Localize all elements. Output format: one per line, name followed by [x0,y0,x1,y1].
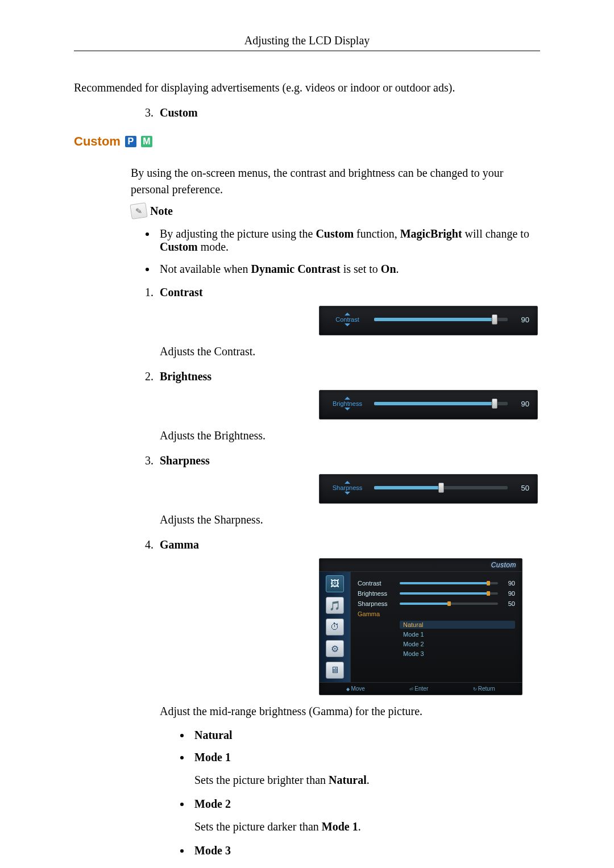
menu-row-brightness[interactable]: Brightness 90 [358,590,515,597]
pre-list: Custom [139,106,540,119]
t: Natural [329,774,367,786]
note-bullet-1: By adjusting the picture using the Custo… [156,227,540,254]
gamma-sub-mode3: Mode 3 Increases the contrast between da… [191,844,540,868]
t: Custom [316,227,354,240]
t: will change to [462,227,529,240]
intro-paragraph: Recommended for displaying advertisement… [74,80,540,96]
note-row: ✎ Note [131,203,540,218]
section-title: Custom [74,134,121,149]
osd-menu-header: Custom [320,559,522,572]
document-page: Adjusting the LCD Display Recommended fo… [0,0,614,868]
gamma-sub-mode1: Mode 1 Sets the picture brighter than Na… [191,751,540,788]
row-val: 90 [504,590,515,597]
slider-fill [374,486,441,489]
item-desc: Adjusts the Sharpness. [160,512,540,528]
item-title: Brightness [160,370,211,383]
header-rule [74,51,540,51]
arrow-down-icon [345,323,350,326]
sub-text: Sets the picture brighter than Natural. [194,772,540,788]
gamma-sublist: Natural Mode 1 Sets the picture brighter… [174,729,540,868]
t: Custom [160,240,198,253]
sub-label: Mode 2 [194,798,231,810]
slider-thumb[interactable] [438,483,444,493]
input-tab-icon[interactable]: 🖥 [326,662,344,679]
pre-list-item-custom: Custom [156,106,540,119]
gamma-opt-mode2[interactable]: Mode 2 [400,640,515,648]
row-label: Gamma [358,610,394,617]
t: Sets the picture darker than [194,820,322,833]
slider-track[interactable] [374,486,508,489]
gamma-opt-natural[interactable]: Natural [400,621,515,629]
item-title: Gamma [160,538,199,551]
footer-move: Move [346,686,365,692]
timer-tab-icon[interactable]: ⏱ [326,618,344,636]
gamma-submenu: Natural Mode 1 Mode 2 Mode 3 [400,621,515,658]
menu-row-gamma[interactable]: Gamma [358,610,515,617]
menu-row-contrast[interactable]: Contrast 90 [358,580,515,587]
row-bar[interactable] [400,603,498,605]
gamma-opt-mode3[interactable]: Mode 3 [400,650,515,658]
arrow-up-icon [345,397,350,400]
arrow-down-icon [345,408,350,410]
t: . [358,820,361,833]
badge-p-icon: P [125,136,136,147]
menu-row-sharpness[interactable]: Sharpness 50 [358,600,515,607]
t: On [381,263,396,275]
settings-list: Contrast Contrast 90 Adjusts the Contras… [139,286,540,868]
pre-list-item-label: Custom [160,106,198,119]
item-sharpness: Sharpness Sharpness 50 Adjusts the Sharp… [156,454,540,528]
osd-menu-body: 🖼 🎵 ⏱ ⚙ 🖥 Contrast 90 Brightnes [320,572,522,682]
sub-label: Natural [194,729,233,741]
t: By adjusting the picture using the [160,227,316,240]
note-bullet-2: Not available when Dynamic Contrast is s… [156,263,540,276]
item-contrast: Contrast Contrast 90 Adjusts the Contras… [156,286,540,360]
arrow-up-icon [345,313,350,315]
t: Not available when [160,263,251,275]
osd-label: Contrast [327,312,367,327]
osd-menu-footer: Move Enter Return [320,682,522,695]
osd-value: 90 [515,400,529,408]
sub-text: Increases the contrast between dark and … [194,865,540,868]
sub-text: Sets the picture darker than Mode 1. [194,819,540,835]
osd-slider-contrast[interactable]: Contrast 90 [319,306,538,335]
row-label: Contrast [358,580,394,587]
osd-label-text: Brightness [333,400,362,407]
item-desc: Adjust the mid-range brightness (Gamma) … [160,703,540,720]
osd-label: Brightness [327,396,367,411]
arrow-up-icon [345,481,350,484]
setup-tab-icon[interactable]: ⚙ [326,640,344,657]
note-bullets: By adjusting the picture using the Custo… [139,227,540,276]
footer-enter: Enter [409,686,428,692]
slider-fill [374,402,495,405]
osd-menu-gamma[interactable]: Custom 🖼 🎵 ⏱ ⚙ 🖥 Contrast 90 [319,558,522,695]
slider-track[interactable] [374,318,508,321]
note-icon: ✎ [130,202,147,219]
badge-m-icon: M [141,136,152,147]
row-bar[interactable] [400,582,498,584]
t: . [367,774,370,786]
t: Dynamic Contrast [251,263,341,275]
gamma-opt-mode1[interactable]: Mode 1 [400,630,515,638]
page-header: Adjusting the LCD Display [74,34,540,47]
item-title: Contrast [160,286,203,298]
t: function, [354,227,400,240]
sub-label: Mode 3 [194,844,231,857]
osd-menu-rows: Contrast 90 Brightness 90 Sharpness [351,572,522,682]
row-bar[interactable] [400,592,498,595]
slider-track[interactable] [374,402,508,405]
slider-thumb[interactable] [492,398,497,409]
picture-tab-icon[interactable]: 🖼 [326,575,344,592]
item-title: Sharpness [160,454,210,467]
item-brightness: Brightness Brightness 90 Adjusts the Bri… [156,370,540,444]
item-desc: Adjusts the Contrast. [160,343,540,360]
osd-slider-brightness[interactable]: Brightness 90 [319,390,538,420]
slider-fill [374,318,495,321]
item-desc: Adjusts the Brightness. [160,427,540,444]
row-label: Sharpness [358,600,394,607]
osd-label: Sharpness [327,480,367,495]
slider-thumb[interactable] [492,314,497,325]
item-gamma: Gamma Custom 🖼 🎵 ⏱ ⚙ 🖥 Contrast [156,538,540,868]
sub-label: Mode 1 [194,751,231,763]
sound-tab-icon[interactable]: 🎵 [326,597,344,614]
osd-slider-sharpness[interactable]: Sharpness 50 [319,474,538,504]
